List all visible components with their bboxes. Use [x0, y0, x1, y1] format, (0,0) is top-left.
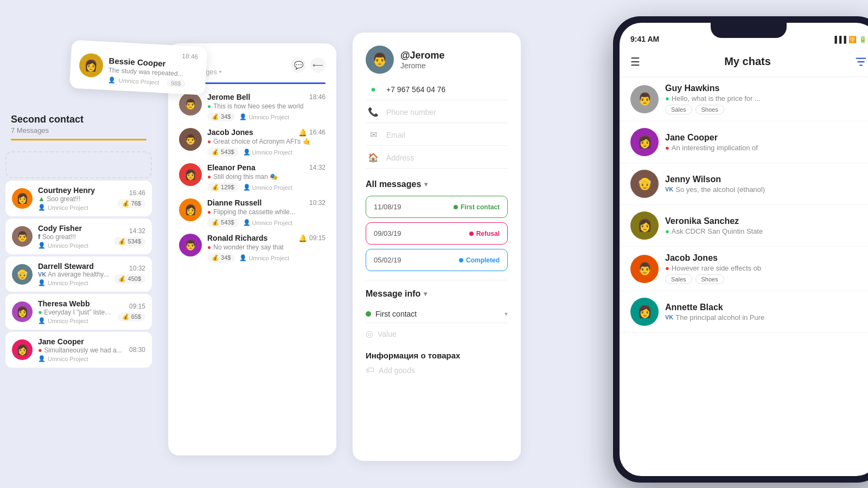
- jenny-info: Jenny Wilson VK So yes, the alcohol (eth…: [665, 175, 867, 194]
- phone-chat-jane[interactable]: 👩 Jane Cooper ● An interesting implicati…: [620, 121, 868, 163]
- annette-avatar: 👩: [630, 298, 659, 326]
- jane-left-preview: ● Simultaneously we had a...: [38, 346, 124, 354]
- jenny-preview: VK So yes, the alcohol (ethanol): [665, 185, 867, 194]
- annette-info: Annette Black VK The principal alcohol i…: [665, 303, 867, 322]
- jenny-avatar: 👴: [630, 170, 659, 198]
- guy-tags: Sales Shoes: [665, 105, 867, 114]
- tag-sales-guy: Sales: [665, 105, 692, 114]
- message-entry-2[interactable]: 09/03/19 Refusal: [366, 222, 508, 245]
- phone-chat-veronika[interactable]: 👩 Veronika Sanchez ● Ask CDCR San Quinti…: [620, 205, 868, 247]
- hold-item-jerome[interactable]: 👨 Jerome Bell 18:46 ● This is how Neo se…: [179, 93, 326, 121]
- phone-chat-annette[interactable]: 👩 Annette Black VK The principal alcohol…: [620, 291, 868, 333]
- fc-dot-icon: [366, 311, 371, 317]
- notification-avatar: 👩: [79, 53, 104, 78]
- courtney-meta: 👤 Umnico Project: [38, 204, 112, 211]
- annette-preview: VK The principal alcohol in Pure: [665, 313, 867, 322]
- filter-icon[interactable]: [855, 56, 867, 68]
- ronald-header: Ronald Richards 🔔 09:15: [207, 234, 326, 242]
- left-chat-jane[interactable]: 👩 Jane Cooper ● Simultaneously we had a.…: [5, 332, 152, 368]
- courtney-name: Courtney Henry: [38, 186, 112, 195]
- first-contact-label: First contact: [375, 310, 500, 318]
- phone-screen: 9:41 AM ▐▐▐ 🛜 🔋 ☰ My chats 👨: [620, 23, 868, 476]
- jerome-header: Jerome Bell 18:46: [207, 93, 326, 101]
- jane-phone-name: Jane Cooper: [665, 133, 867, 143]
- add-goods-row[interactable]: 🏷 Add goods: [366, 360, 508, 381]
- guy-info: Guy Hawkins ● Hello, what is the price f…: [665, 84, 867, 114]
- value-icon: ◎: [366, 329, 373, 339]
- dianne-header: Dianne Russell 10:32: [207, 198, 326, 207]
- left-chat-courtney[interactable]: 👩 Courtney Henry ▲ Soo great!!! 👤 Umnico…: [5, 181, 152, 216]
- cody-right: 14:32 💰 534$: [114, 227, 145, 246]
- hold-item-jacob[interactable]: 👨 Jacob Jones 🔔 16:46 ● Great choice of …: [179, 128, 326, 157]
- jerome-project: 👤 Umnico Project: [239, 113, 289, 120]
- wifi-icon: 🛜: [848, 36, 857, 43]
- ronald-name: Ronald Richards: [207, 234, 267, 242]
- ronald-avatar: 👨: [179, 234, 202, 256]
- phone-chat-jacob[interactable]: 👨 Jacob Jones ● However rare side effect…: [620, 247, 868, 291]
- left-panel: 👩 18:46 Bessie Cooper The study was repe…: [0, 0, 157, 488]
- second-contact-bar: [11, 139, 146, 140]
- contact-phone-placeholder: Phone number: [386, 108, 436, 117]
- jerome-money: 💰 34$: [207, 112, 235, 121]
- contact-phone-placeholder-field[interactable]: 📞 Phone number: [366, 107, 508, 123]
- dianne-footer: 💰 543$ 👤 Umnico Project: [207, 218, 326, 227]
- cody-time: 14:32: [129, 227, 145, 235]
- dot-green-icon: [454, 205, 458, 209]
- eleanor-name: Eleanor Pena: [207, 163, 256, 172]
- darrell-money: 💰 450$: [114, 274, 145, 284]
- hold-item-eleanor[interactable]: 👩 Eleanor Pena 14:32 ● Still doing this …: [179, 163, 326, 192]
- darrell-preview: VK An average healthy...: [38, 271, 108, 278]
- jane-phone-preview: ● An interesting implication of: [665, 144, 867, 152]
- contact-address-field[interactable]: 🏠 Address: [366, 152, 508, 169]
- notification-card[interactable]: 👩 18:46 Bessie Cooper The study was repe…: [69, 40, 207, 95]
- darrell-info: Darrell Steward VK An average healthy...…: [38, 262, 108, 286]
- msg-status-3: Completed: [459, 256, 500, 264]
- hold-icon-btn-1[interactable]: 💬: [291, 57, 306, 73]
- jane-left-name: Jane Cooper: [38, 337, 124, 346]
- all-messages-label: All messages: [366, 179, 421, 189]
- ronald-msg: ● No wonder they say that: [207, 243, 326, 251]
- add-goods-icon: 🏷: [366, 365, 374, 375]
- hold-item-ronald[interactable]: 👨 Ronald Richards 🔔 09:15 ● No wonder th…: [179, 234, 326, 262]
- ronald-time: 09:15: [309, 234, 326, 242]
- dianne-time: 10:32: [309, 199, 326, 207]
- jerome-content: Jerome Bell 18:46 ● This is how Neo sees…: [207, 93, 326, 121]
- left-chat-list: 👩 Courtney Henry ▲ Soo great!!! 👤 Umnico…: [5, 151, 152, 368]
- hold-items-list: 👨 Jerome Bell 18:46 ● This is how Neo se…: [179, 93, 326, 262]
- dot-pink-icon: [469, 232, 474, 236]
- jerome-footer: 💰 34$ 👤 Umnico Project: [207, 112, 326, 121]
- theresa-info: Theresa Webb ● Everyday I "just" listen …: [38, 299, 112, 324]
- hold-item-dianne[interactable]: 👩 Dianne Russell 10:32 ● Flipping the ca…: [179, 198, 326, 227]
- theresa-preview: ● Everyday I "just" listen to ...: [38, 308, 112, 316]
- left-chat-theresa[interactable]: 👩 Theresa Webb ● Everyday I "just" liste…: [5, 294, 152, 330]
- dianne-money: 💰 543$: [207, 218, 239, 227]
- phone-header: ☰ My chats: [620, 47, 868, 77]
- phone-chat-guy[interactable]: 👨 Guy Hawkins ● Hello, what is the price…: [620, 77, 868, 121]
- left-chat-cody[interactable]: 👨 Cody Fisher f Soo great!!! 👤 Umnico Pr…: [5, 219, 152, 254]
- phone-time: 9:41 AM: [630, 35, 659, 43]
- message-entry-1[interactable]: 11/08/19 First contact: [366, 196, 508, 218]
- msg-status-1: First contact: [454, 203, 500, 211]
- goods-title: Информация о товарах: [366, 351, 508, 360]
- message-info-title[interactable]: Message info ▾: [366, 289, 508, 299]
- phone-chat-jenny[interactable]: 👴 Jenny Wilson VK So yes, the alcohol (e…: [620, 163, 868, 205]
- courtney-avatar: 👩: [12, 188, 33, 209]
- courtney-right: 16:46 💰 76$: [118, 189, 145, 208]
- first-contact-row[interactable]: First contact ▾: [366, 305, 508, 323]
- contact-email-field[interactable]: ✉ Email: [366, 130, 508, 146]
- contact-phone-value: +7 967 564 04 76: [386, 85, 445, 94]
- jacob-phone-name: Jacob Jones: [665, 253, 867, 263]
- theresa-avatar: 👩: [12, 301, 33, 322]
- all-messages-title[interactable]: All messages ▾: [366, 179, 508, 189]
- hold-icon-btn-2[interactable]: ⟵: [310, 57, 326, 73]
- left-chat-darrell[interactable]: 👴 Darrell Steward VK An average healthy.…: [5, 256, 152, 292]
- tag-shoes-guy: Shoes: [695, 105, 724, 114]
- hamburger-menu-icon[interactable]: ☰: [630, 55, 640, 68]
- courtney-info: Courtney Henry ▲ Soo great!!! 👤 Umnico P…: [38, 186, 112, 211]
- phone-header-title: My chats: [647, 55, 848, 68]
- jacob-money: 💰 543$: [207, 147, 239, 157]
- jane-left-right: 08:30: [129, 346, 145, 354]
- value-row[interactable]: ◎ Value: [366, 323, 508, 344]
- annette-name: Annette Black: [665, 303, 867, 312]
- message-entry-3[interactable]: 05/02/19 Completed: [366, 249, 508, 271]
